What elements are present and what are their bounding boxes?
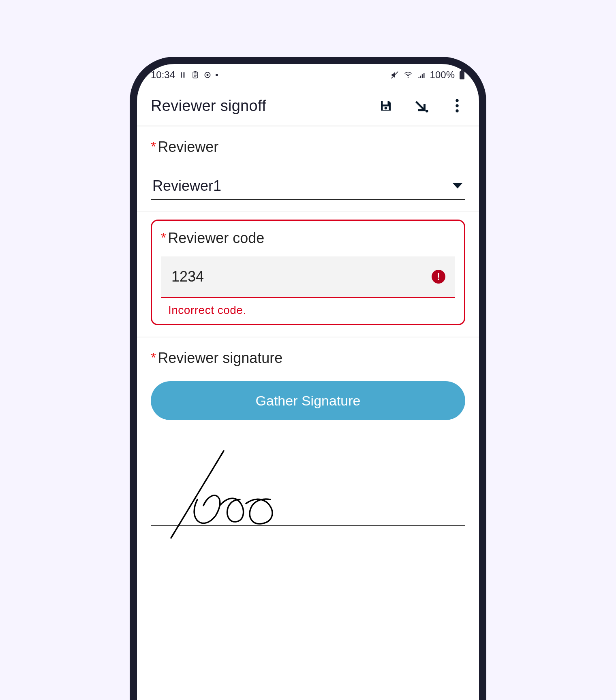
status-battery: 100% xyxy=(430,69,455,81)
required-mark: * xyxy=(151,350,156,365)
more-vert-icon[interactable] xyxy=(449,98,465,114)
svg-point-3 xyxy=(207,74,209,76)
dot-icon xyxy=(216,74,218,76)
reviewer-section: *Reviewer Reviewer1 xyxy=(137,126,479,212)
required-mark: * xyxy=(161,230,166,245)
svg-rect-6 xyxy=(460,71,464,79)
reviewer-code-input[interactable] xyxy=(171,268,432,286)
reviewer-selected: Reviewer1 xyxy=(152,177,221,194)
activity-icon xyxy=(179,71,187,79)
svg-rect-8 xyxy=(383,101,388,105)
reviewer-code-label: Reviewer code xyxy=(168,230,264,246)
app-bar: Reviewer signoff xyxy=(137,86,479,126)
svg-point-14 xyxy=(456,109,458,112)
svg-rect-7 xyxy=(461,70,463,71)
page-title: Reviewer signoff xyxy=(151,97,378,115)
status-time: 10:34 xyxy=(151,69,175,81)
svg-point-11 xyxy=(426,110,428,113)
svg-point-12 xyxy=(456,99,458,102)
svg-point-13 xyxy=(456,104,458,107)
svg-point-10 xyxy=(385,107,387,110)
signature-preview xyxy=(151,439,465,532)
mute-icon xyxy=(390,71,399,79)
arrow-down-right-icon[interactable] xyxy=(413,98,430,114)
chevron-down-icon xyxy=(451,182,464,190)
error-icon: ! xyxy=(432,270,445,284)
clipboard-icon xyxy=(191,70,199,79)
phone-frame: 10:34 100% xyxy=(130,57,486,700)
reviewer-label: Reviewer xyxy=(158,139,218,155)
signature-label: Reviewer signature xyxy=(158,350,282,366)
sync-icon xyxy=(203,71,212,79)
signature-section: *Reviewer signature Gather Signature xyxy=(137,337,479,543)
error-message: Incorrect code. xyxy=(161,298,455,317)
svg-point-5 xyxy=(407,77,409,78)
reviewer-select[interactable]: Reviewer1 xyxy=(151,177,465,200)
svg-rect-0 xyxy=(193,72,198,78)
battery-icon xyxy=(459,70,465,80)
signal-icon xyxy=(417,71,426,79)
wifi-icon xyxy=(403,71,413,79)
svg-rect-1 xyxy=(195,71,197,73)
error-frame: *Reviewer code ! Incorrect code. xyxy=(151,220,465,325)
reviewer-code-field[interactable]: ! xyxy=(161,256,455,298)
gather-signature-button[interactable]: Gather Signature xyxy=(151,381,465,420)
signature-line xyxy=(151,525,465,526)
required-mark: * xyxy=(151,139,156,154)
status-bar: 10:34 100% xyxy=(137,64,479,86)
save-icon[interactable] xyxy=(378,98,394,114)
reviewer-code-section: *Reviewer code ! Incorrect code. xyxy=(137,212,479,337)
